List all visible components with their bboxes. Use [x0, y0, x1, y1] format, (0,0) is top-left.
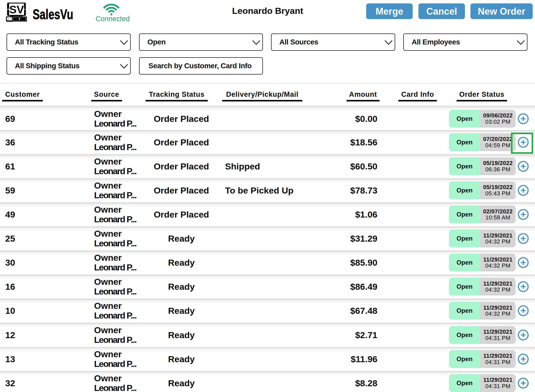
svg-text:SV: SV: [9, 3, 24, 16]
